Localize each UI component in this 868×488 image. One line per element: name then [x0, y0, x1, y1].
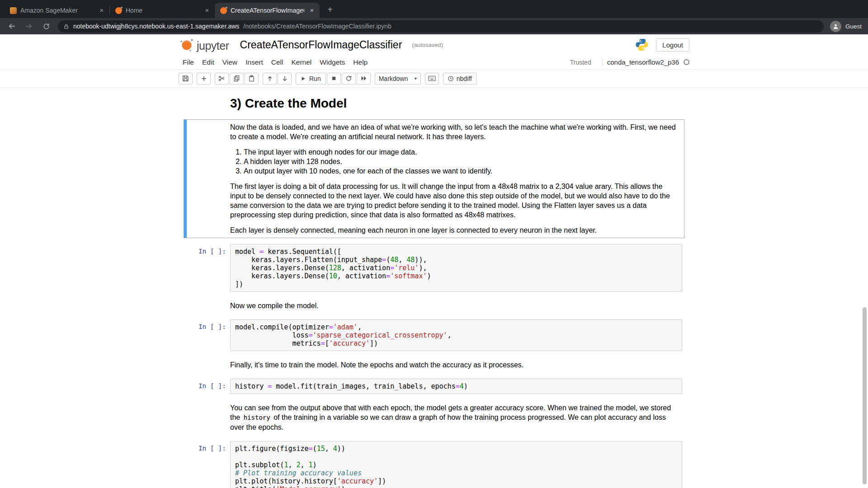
code-token: = [456, 382, 460, 390]
markdown-body: Finally, it's time to train the model. N… [230, 357, 682, 372]
profile-guest[interactable]: Guest [830, 21, 862, 32]
code-token: loss [235, 331, 309, 339]
code-token: = [329, 323, 333, 331]
notebook-title[interactable]: CreateATensorFlowImageClassifier [240, 39, 402, 51]
url-omnibox[interactable]: notebook-udtwigjh8cys.notebook.us-east-1… [58, 20, 824, 33]
menu-item-widgets[interactable]: Widgets [316, 58, 349, 66]
code-token: = [382, 256, 386, 264]
move-cell-up-button[interactable] [263, 73, 277, 84]
cell-type-select[interactable]: Markdown ▾ [375, 73, 421, 84]
cell-content: Now the data is loaded, and we have an i… [230, 120, 684, 238]
cell-content: You can see from the output above that w… [230, 400, 684, 435]
lock-icon[interactable] [63, 23, 69, 29]
markdown-cell[interactable]: You can see from the output above that w… [184, 400, 684, 435]
paste-cell-button[interactable] [245, 73, 259, 84]
menu-item-edit[interactable]: Edit [198, 58, 218, 66]
code-editor[interactable]: model.compile(optimizer='adam', loss='sp… [230, 319, 682, 351]
command-palette-button[interactable] [425, 73, 439, 84]
move-cell-down-button[interactable] [278, 73, 292, 84]
browser-chrome: Amazon SageMaker × Home × CreateATensorF… [0, 0, 868, 34]
paragraph: Finally, it's time to train the model. N… [230, 360, 679, 370]
save-button[interactable] [179, 73, 193, 84]
interrupt-kernel-button[interactable] [327, 73, 341, 84]
code-token: , [448, 331, 452, 339]
code-line [235, 453, 677, 461]
cell-content: 3) Create the Model [230, 92, 684, 113]
arrow-up-icon [267, 75, 273, 82]
code-token: )), [415, 256, 427, 264]
cell-prompt [184, 400, 230, 435]
jupyter-wordmark: jupyter [197, 40, 229, 52]
copy-cell-button[interactable] [230, 73, 244, 84]
code-token: = [268, 382, 272, 390]
code-token: keras.layers.Dense( [235, 264, 329, 272]
code-cell[interactable]: In [ ]:model.compile(optimizer='adam', l… [184, 319, 684, 352]
code-line: plt.title('Model accuracy') [235, 485, 677, 488]
reload-icon[interactable] [41, 21, 52, 32]
menu-item-insert[interactable]: Insert [241, 58, 267, 66]
url-path: /notebooks/CreateATensorFlowImageClassif… [243, 23, 391, 30]
markdown-cell[interactable]: Finally, it's time to train the model. N… [184, 357, 684, 373]
tab-home[interactable]: Home × [110, 3, 215, 18]
url-host: notebook-udtwigjh8cys.notebook.us-east-1… [73, 23, 239, 30]
tab-notebook-active[interactable]: CreateATensorFlowImageClass × [215, 3, 320, 18]
add-cell-button[interactable] [197, 73, 211, 84]
paste-icon [248, 75, 255, 82]
forward-icon[interactable] [24, 21, 34, 32]
close-tab-icon[interactable]: × [98, 6, 106, 14]
markdown-body: Now the data is loaded, and we have an i… [230, 120, 682, 238]
code-editor[interactable]: model = keras.Sequential([ keras.layers.… [230, 244, 682, 292]
menu-item-cell[interactable]: Cell [267, 58, 288, 66]
logout-button[interactable]: Logout [656, 38, 689, 52]
code-token: keras.layers.Dense( [235, 272, 329, 280]
paragraph: You can see from the output above that w… [230, 403, 679, 432]
jupyter-logo[interactable]: jupyter [179, 37, 229, 52]
code-token: )) [337, 445, 345, 453]
paragraph: Now we compile the model. [230, 301, 679, 310]
code-cell[interactable]: In [ ]:plt.figure(figsize=(15, 4)) plt.s… [184, 441, 684, 488]
markdown-cell[interactable]: Now we compile the model. [184, 298, 684, 314]
menu-item-file[interactable]: File [179, 58, 198, 66]
restart-run-all-button[interactable] [357, 73, 371, 84]
markdown-cell[interactable]: 3) Create the Model [184, 91, 684, 114]
code-editor[interactable]: history = model.fit(train_images, train_… [230, 379, 682, 394]
code-cell[interactable]: In [ ]:model = keras.Sequential([ keras.… [184, 244, 684, 292]
cell-content: Finally, it's time to train the model. N… [230, 357, 684, 372]
code-token: history [235, 382, 268, 390]
cell-content: history = model.fit(train_images, train_… [230, 379, 684, 394]
close-tab-icon[interactable]: × [308, 6, 316, 14]
code-token: 15 [317, 445, 325, 453]
cell-prompt: In [ ]: [184, 244, 230, 292]
clock-icon [448, 75, 454, 82]
code-token: plt.subplot( [235, 461, 284, 469]
restart-kernel-button[interactable] [342, 73, 356, 84]
nbdiff-button[interactable]: nbdiff [443, 73, 476, 84]
back-icon[interactable] [6, 21, 17, 32]
jupyter-favicon-icon [115, 7, 122, 14]
scissors-icon [218, 75, 225, 82]
ordered-list: The input layer with enough nodes for ou… [230, 147, 679, 176]
code-line: keras.layers.Dense(128, activation='relu… [235, 264, 677, 272]
code-token: 'adam' [333, 323, 358, 331]
code-token: model.fit(train_images, train_labels, ep… [272, 382, 455, 390]
run-button[interactable]: Run [296, 73, 326, 84]
copy-icon [233, 75, 240, 82]
scrollbar-thumb[interactable] [863, 307, 867, 484]
code-token: = [309, 445, 313, 453]
code-line: # Plot training accuracy values [235, 469, 677, 477]
code-cell[interactable]: In [ ]:history = model.fit(train_images,… [184, 378, 684, 394]
section-heading: 3) Create the Model [230, 96, 679, 111]
trusted-status: Trusted [570, 59, 591, 66]
text-segment: Finally, it's time to train the model. N… [230, 361, 524, 369]
markdown-cell[interactable]: Now the data is loaded, and we have an i… [184, 119, 684, 238]
menu-item-help[interactable]: Help [349, 58, 372, 66]
cut-cell-button[interactable] [215, 73, 229, 84]
menu-item-kernel[interactable]: Kernel [288, 58, 316, 66]
new-tab-button[interactable]: + [324, 4, 336, 15]
tab-amazon-sagemaker[interactable]: Amazon SageMaker × [5, 3, 109, 18]
code-token: 'sparse_categorical_crossentropy' [313, 331, 448, 339]
menu-item-view[interactable]: View [218, 58, 241, 66]
code-editor[interactable]: plt.figure(figsize=(15, 4)) plt.subplot(… [230, 441, 682, 488]
list-item: An output layer with 10 nodes, one for e… [244, 166, 679, 176]
close-tab-icon[interactable]: × [203, 6, 211, 14]
